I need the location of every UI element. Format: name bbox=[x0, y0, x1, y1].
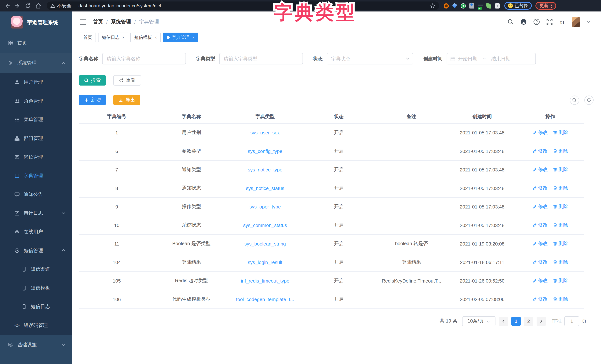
tab-close-icon[interactable]: × bbox=[155, 35, 157, 40]
delete-row-button[interactable]: 删除 bbox=[553, 277, 568, 284]
edit-row-button[interactable]: 修改 bbox=[532, 203, 548, 210]
delete-row-button[interactable]: 删除 bbox=[553, 222, 568, 228]
tab-首页[interactable]: 首页 bbox=[80, 33, 96, 42]
search-button[interactable]: 搜索 bbox=[79, 75, 106, 86]
sidebar-item-post[interactable]: 岗位管理 bbox=[0, 148, 72, 166]
date-start-placeholder[interactable]: 开始日期 bbox=[458, 55, 477, 62]
user-avatar[interactable] bbox=[572, 17, 580, 27]
green-circle-extension-icon[interactable] bbox=[461, 3, 466, 8]
add-button[interactable]: 新增 bbox=[79, 95, 106, 105]
reset-button[interactable]: 重置 bbox=[113, 75, 141, 86]
security-warning[interactable]: 不安全 bbox=[50, 2, 71, 9]
dict-type-input[interactable] bbox=[219, 53, 303, 64]
hamburger-icon[interactable] bbox=[80, 19, 86, 25]
status-select[interactable] bbox=[327, 53, 413, 64]
dict-type-link[interactable]: sys_boolean_string bbox=[244, 241, 286, 246]
blue-gem-extension-icon[interactable] bbox=[452, 3, 457, 8]
date-end-placeholder[interactable]: 结束日期 bbox=[491, 55, 511, 62]
sidebar-item-sms[interactable]: 短信管理 bbox=[0, 241, 72, 260]
profile-paused-chip[interactable]: 已暂停 bbox=[504, 2, 532, 10]
breadcrumb-item[interactable]: 系统管理 bbox=[111, 19, 131, 25]
page-button-2[interactable]: 2 bbox=[524, 316, 533, 326]
dict-type-link[interactable]: sys_notice_status bbox=[246, 185, 284, 191]
sidebar-item-dict[interactable]: 字典管理 bbox=[0, 166, 72, 185]
orange-ring-extension-icon[interactable] bbox=[444, 3, 449, 8]
github-icon[interactable] bbox=[520, 19, 527, 25]
page-button-1[interactable]: 1 bbox=[511, 316, 521, 326]
browser-home-icon[interactable] bbox=[35, 3, 41, 9]
delete-row-button[interactable]: 删除 bbox=[553, 203, 568, 210]
delete-row-button[interactable]: 删除 bbox=[553, 129, 568, 136]
dict-type-link[interactable]: sys_notice_type bbox=[248, 167, 282, 172]
edit-row-button[interactable]: 修改 bbox=[532, 185, 548, 192]
delete-row-button[interactable]: 删除 bbox=[553, 240, 568, 247]
breadcrumb-item[interactable]: 首页 bbox=[93, 19, 103, 25]
sidebar-item-user[interactable]: 用户管理 bbox=[0, 73, 72, 92]
edit-row-button[interactable]: 修改 bbox=[532, 129, 548, 136]
edit-row-button[interactable]: 修改 bbox=[532, 166, 548, 173]
font-size-icon[interactable]: tT bbox=[559, 19, 566, 25]
edit-row-button[interactable]: 修改 bbox=[532, 277, 548, 284]
edit-row-button[interactable]: 修改 bbox=[532, 296, 548, 303]
prev-page-button[interactable] bbox=[499, 316, 508, 326]
date-range-picker[interactable]: 开始日期 ~ 结束日期 bbox=[447, 53, 536, 64]
dict-type-link[interactable]: inf_redis_timeout_type bbox=[241, 278, 289, 283]
delete-row-button[interactable]: 删除 bbox=[553, 166, 568, 173]
bookmark-star-icon[interactable] bbox=[430, 3, 435, 9]
browser-menu-kebab-icon[interactable] bbox=[551, 4, 552, 8]
sidebar-item-role[interactable]: 角色管理 bbox=[0, 92, 72, 110]
sidebar-item-sms-template[interactable]: 短信模板 bbox=[0, 279, 72, 297]
avatar-caret-down-icon[interactable] bbox=[586, 20, 591, 24]
tab-短信模板[interactable]: 短信模板× bbox=[130, 33, 161, 42]
edit-row-button[interactable]: 修改 bbox=[532, 259, 548, 265]
sidebar-item-home[interactable]: 首页 bbox=[0, 33, 72, 53]
refresh-table-button[interactable] bbox=[584, 95, 594, 105]
green-leaf-extension-icon[interactable] bbox=[486, 3, 491, 8]
sidebar-item-online-user[interactable]: 在线用户 bbox=[0, 222, 72, 241]
tab-字典管理[interactable]: 字典管理× bbox=[163, 33, 198, 42]
browser-back-icon[interactable] bbox=[4, 3, 10, 9]
sidebar-item-sms-log[interactable]: 短信日志 bbox=[0, 297, 72, 316]
export-button[interactable]: 导出 bbox=[113, 95, 140, 105]
header-search-icon[interactable] bbox=[507, 19, 514, 25]
delete-row-button[interactable]: 删除 bbox=[553, 259, 568, 265]
page-size-select[interactable]: 10条/页 bbox=[462, 316, 495, 326]
sidebar-item-infra[interactable]: 基础设施 bbox=[0, 335, 72, 355]
dict-type-link[interactable]: sys_login_result bbox=[248, 259, 282, 265]
sidebar-item-notice[interactable]: 通知公告 bbox=[0, 185, 72, 204]
edit-row-button[interactable]: 修改 bbox=[532, 222, 548, 228]
tab-短信日志[interactable]: 短信日志× bbox=[98, 33, 128, 42]
delete-row-button[interactable]: 删除 bbox=[553, 148, 568, 154]
browser-update-button[interactable]: 更新 bbox=[535, 2, 556, 10]
delete-row-button[interactable]: 删除 bbox=[553, 185, 568, 192]
dict-type-link[interactable]: sys_common_status bbox=[243, 222, 287, 228]
fullscreen-icon[interactable] bbox=[546, 19, 553, 25]
dict-name-input[interactable] bbox=[102, 53, 186, 64]
app-logo-row[interactable]: 芋道管理系统 bbox=[0, 11, 72, 33]
address-bar[interactable]: 不安全 dashboard.yudao.iocoder.cn/system/di… bbox=[47, 1, 439, 10]
list-badge-extension-icon[interactable]: on bbox=[478, 3, 483, 8]
sidebar-item-menu[interactable]: 菜单管理 bbox=[0, 110, 72, 129]
tab-close-icon[interactable]: × bbox=[192, 35, 195, 40]
sidebar-item-audit-log[interactable]: 审计日志 bbox=[0, 204, 72, 222]
sidebar-item-errcode[interactable]: </>错误码管理 bbox=[0, 316, 72, 335]
next-page-button[interactable] bbox=[537, 316, 546, 326]
dict-type-link[interactable]: sys_oper_type bbox=[249, 204, 281, 209]
dict-type-link[interactable]: tool_codegen_template_t... bbox=[236, 296, 294, 302]
blue-diamond-extension-icon[interactable] bbox=[469, 3, 474, 8]
goto-page-input[interactable] bbox=[564, 316, 579, 326]
sidebar-item-system[interactable]: 系统管理 bbox=[0, 53, 72, 73]
help-icon[interactable] bbox=[533, 19, 540, 25]
dict-type-link[interactable]: sys_config_type bbox=[248, 148, 282, 154]
tab-close-icon[interactable]: × bbox=[122, 35, 125, 40]
browser-forward-icon[interactable] bbox=[14, 3, 21, 9]
edit-row-button[interactable]: 修改 bbox=[532, 148, 548, 154]
url-text[interactable]: dashboard.yudao.iocoder.cn/system/dict bbox=[79, 3, 161, 8]
sidebar-item-dept[interactable]: 部门管理 bbox=[0, 129, 72, 148]
status-select-input[interactable] bbox=[327, 53, 413, 64]
delete-row-button[interactable]: 删除 bbox=[553, 296, 568, 303]
edit-row-button[interactable]: 修改 bbox=[532, 240, 548, 247]
white-puzzle-extension-icon[interactable] bbox=[495, 3, 500, 8]
sidebar-item-sms-channel[interactable]: 短信渠道 bbox=[0, 260, 72, 279]
browser-reload-icon[interactable] bbox=[25, 3, 31, 9]
